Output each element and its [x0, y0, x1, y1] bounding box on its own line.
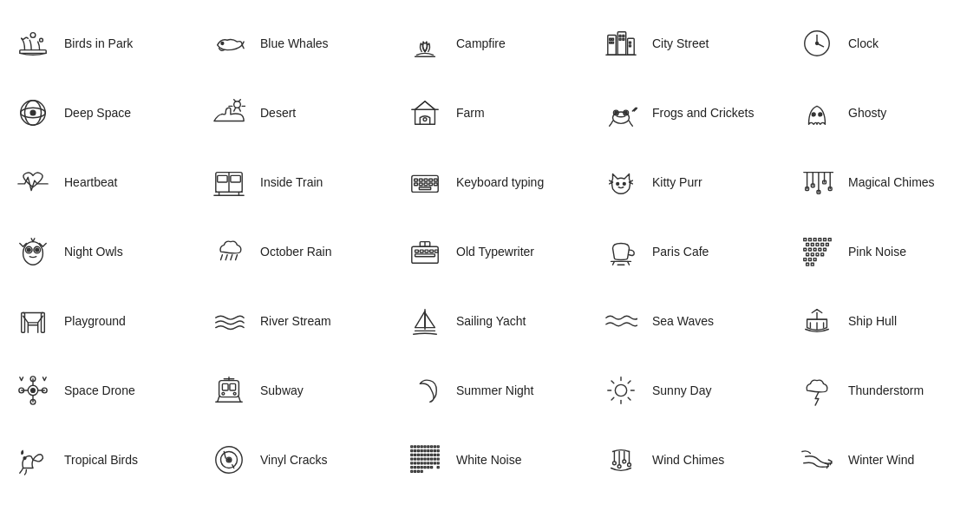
svg-point-143	[615, 384, 626, 396]
svg-rect-184	[434, 454, 435, 455]
svg-line-76	[231, 255, 232, 260]
sound-item-clock[interactable]: Clock	[784, 9, 980, 78]
svg-point-223	[628, 463, 631, 467]
svg-point-34	[812, 113, 815, 116]
svg-rect-208	[424, 467, 426, 468]
paris-cafe-label: Paris Cafe	[652, 245, 709, 259]
paris-cafe-icon	[602, 233, 640, 271]
svg-rect-175	[434, 450, 435, 452]
svg-rect-97	[826, 244, 828, 246]
svg-line-116	[23, 316, 29, 323]
svg-point-56	[617, 182, 619, 185]
night-owls-icon	[14, 233, 52, 271]
sound-item-kitty-purr[interactable]: Kitty Purr	[588, 147, 784, 217]
ship-hull-label: Ship Hull	[848, 314, 897, 328]
svg-rect-38	[218, 175, 227, 182]
wind-chimes-icon	[602, 441, 640, 479]
svg-rect-213	[415, 470, 416, 472]
sound-item-keyboard-typing[interactable]: Keyboard typing	[392, 147, 588, 217]
sound-item-inside-train[interactable]: Inside Train	[196, 147, 392, 217]
sunny-day-label: Sunny Day	[652, 383, 711, 397]
sound-item-wind-chimes[interactable]: Wind Chimes	[588, 425, 784, 495]
sound-item-thunderstorm[interactable]: Thunderstorm	[784, 356, 980, 425]
svg-rect-14	[619, 38, 621, 40]
svg-rect-55	[434, 183, 437, 186]
old-typewriter-icon	[406, 233, 444, 271]
sound-item-magical-chimes[interactable]: Magical Chimes	[784, 147, 980, 217]
sound-item-city-street[interactable]: City Street	[588, 9, 784, 78]
svg-rect-13	[623, 36, 624, 37]
sound-item-summer-night[interactable]: Summer Night	[392, 356, 588, 425]
sound-item-playground[interactable]: Playground	[0, 286, 196, 356]
svg-rect-212	[411, 470, 413, 472]
sound-item-october-rain[interactable]: October Rain	[196, 217, 392, 286]
svg-line-74	[221, 255, 223, 260]
white-noise-icon	[406, 441, 444, 479]
summer-night-label: Summer Night	[456, 383, 533, 397]
frogs-and-crickets-icon	[602, 94, 640, 132]
svg-rect-15	[623, 38, 624, 40]
svg-rect-108	[809, 259, 812, 261]
sound-item-sunny-day[interactable]: Sunny Day	[588, 356, 784, 425]
farm-icon	[406, 94, 444, 132]
svg-point-35	[819, 113, 822, 116]
svg-rect-201	[431, 462, 433, 464]
svg-rect-16	[630, 42, 631, 43]
blue-whales-label: Blue Whales	[260, 36, 329, 50]
sound-item-tropical-birds[interactable]: Tropical Birds	[0, 425, 196, 495]
svg-point-156	[228, 459, 231, 462]
svg-rect-161	[417, 446, 419, 448]
sound-item-old-typewriter[interactable]: Old Typewriter	[392, 217, 588, 286]
sound-item-subway[interactable]: Subway	[196, 356, 392, 425]
sound-item-sailing-yacht[interactable]: Sailing Yacht	[392, 286, 588, 356]
sound-item-frogs-and-crickets[interactable]: Frogs and Crickets	[588, 78, 784, 147]
svg-rect-9	[612, 38, 614, 40]
sound-item-river-stream[interactable]: River Stream	[196, 286, 392, 356]
sound-item-blue-whales[interactable]: Blue Whales	[196, 9, 392, 78]
sound-item-night-owls[interactable]: Night Owls	[0, 217, 196, 286]
sound-item-campfire[interactable]: Campfire	[392, 9, 588, 78]
blue-whales-icon	[210, 24, 248, 62]
desert-icon	[210, 94, 248, 132]
river-stream-icon	[210, 302, 248, 340]
sound-item-vinyl-cracks[interactable]: Vinyl Cracks	[196, 425, 392, 495]
svg-rect-176	[437, 450, 439, 452]
sound-item-ship-hull[interactable]: Ship Hull	[784, 286, 980, 356]
svg-rect-94	[811, 244, 813, 246]
svg-rect-202	[434, 462, 435, 464]
svg-rect-87	[804, 239, 807, 241]
inside-train-icon	[210, 163, 248, 201]
sea-waves-icon	[602, 302, 640, 340]
svg-rect-214	[417, 470, 419, 472]
svg-point-26	[30, 110, 36, 115]
city-street-label: City Street	[652, 36, 709, 50]
svg-rect-137	[230, 383, 236, 390]
svg-rect-203	[437, 462, 439, 464]
svg-rect-215	[421, 470, 422, 472]
sound-item-ghosty[interactable]: Ghosty	[784, 78, 980, 147]
svg-rect-197	[417, 462, 419, 464]
svg-rect-174	[431, 450, 433, 452]
sound-item-heartbeat[interactable]: Heartbeat	[0, 147, 196, 217]
svg-rect-93	[807, 244, 809, 246]
sound-item-winter-wind[interactable]: Winter Wind	[784, 425, 980, 495]
frogs-and-crickets-label: Frogs and Crickets	[652, 106, 754, 120]
sound-item-deep-space[interactable]: Deep Space	[0, 78, 196, 147]
svg-rect-91	[824, 239, 826, 241]
svg-rect-163	[424, 446, 426, 448]
sound-item-birds-in-park[interactable]: Birds in Park	[0, 9, 196, 78]
sound-item-farm[interactable]: Farm	[392, 78, 588, 147]
svg-point-220	[613, 462, 617, 465]
sound-item-desert[interactable]: Desert	[196, 78, 392, 147]
svg-rect-92	[828, 239, 831, 241]
pink-noise-label: Pink Noise	[848, 245, 906, 259]
svg-rect-136	[222, 383, 228, 390]
sound-item-space-drone[interactable]: Space Drone	[0, 356, 196, 425]
svg-rect-83	[415, 254, 435, 257]
sound-item-white-noise[interactable]: White Noise	[392, 425, 588, 495]
svg-rect-101	[819, 248, 821, 251]
sound-item-paris-cafe[interactable]: Paris Cafe	[588, 217, 784, 286]
sound-item-sea-waves[interactable]: Sea Waves	[588, 286, 784, 356]
svg-rect-204	[411, 467, 413, 468]
sound-item-pink-noise[interactable]: Pink Noise	[784, 217, 980, 286]
